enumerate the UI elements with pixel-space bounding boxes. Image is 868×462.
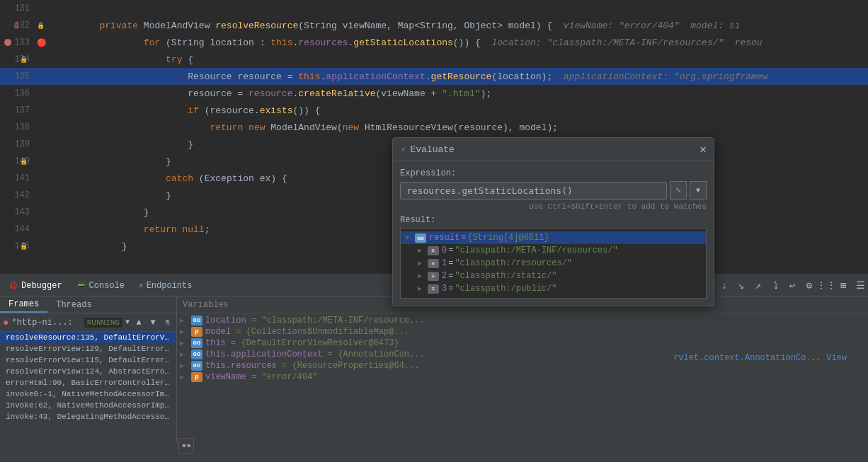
- close-panel-button[interactable]: ☰: [852, 278, 868, 294]
- line-number-142: 142: [0, 190, 35, 200]
- result-child-0-icon: ≡: [428, 246, 439, 255]
- var-key-this: this: [205, 338, 226, 348]
- stack-frames: resolveResource:135, DefaultErrorViewRes…: [0, 332, 176, 442]
- tab-console[interactable]: 📟 Console: [71, 278, 130, 294]
- var-expand-appcontext: ▶: [180, 350, 191, 359]
- tab-threads[interactable]: Threads: [47, 296, 100, 313]
- var-type-model: p: [191, 327, 202, 337]
- thread-filter-button[interactable]: ⚗: [161, 316, 173, 329]
- result-child-0[interactable]: ▶ ≡ 0 = "classpath:/META-INF/resources/": [401, 244, 706, 257]
- var-expand-viewname: ▶: [180, 373, 191, 381]
- step-over-button[interactable]: ↓: [716, 278, 732, 294]
- result-root-row[interactable]: ▼ oo result = {String[4]@6611}: [401, 231, 706, 244]
- result-root-key: result: [429, 233, 459, 243]
- thread-selector: ● *http-ni...: RUNNING ▼ ▲ ▼ ⚗: [0, 313, 176, 332]
- frames-tabs: Frames Threads: [0, 296, 176, 313]
- right-bar-text[interactable]: rvlet.context.AnnotationCo... View: [673, 353, 847, 363]
- more-button[interactable]: ⋮⋮: [818, 278, 834, 294]
- result-child-0-expand: ▶: [418, 246, 428, 255]
- var-val-appcontext: = {AnnotationCon...: [323, 350, 425, 359]
- annotation-132: @: [14, 22, 18, 30]
- modal-body: Expression: ⤡ ▼ Use Ctrl+Shift+Enter to …: [393, 161, 714, 306]
- settings-toolbar-button[interactable]: ⚙: [801, 278, 817, 294]
- result-child-1-icon: ≡: [428, 259, 439, 268]
- frames-panel: Frames Threads ● *http-ni...: RUNNING ▼ …: [0, 296, 177, 442]
- var-item-model[interactable]: ▶ p model = {Collections$UnmodifiableMap…: [177, 326, 868, 337]
- result-child-3-key: 3: [442, 284, 447, 294]
- expression-label: Expression:: [400, 168, 707, 178]
- tab-frames[interactable]: Frames: [0, 296, 47, 313]
- step-out-button[interactable]: ↗: [750, 278, 766, 294]
- var-expand-location: ▶: [180, 316, 191, 325]
- thread-dropdown[interactable]: ▼: [125, 318, 130, 326]
- var-expand-model: ▶: [180, 328, 191, 336]
- thread-name: *http-ni...:: [11, 318, 81, 328]
- evaluate-button[interactable]: ↩: [784, 278, 800, 294]
- result-child-2-key: 2: [442, 271, 447, 281]
- line-number-145: 🔒 145: [0, 241, 35, 251]
- result-child-1-key: 1: [442, 258, 447, 268]
- result-child-1[interactable]: ▶ ≡ 1 = "classpath:/resources/": [401, 257, 706, 270]
- result-child-3[interactable]: ▶ ≡ 3 = "classpath:/public/": [401, 282, 706, 295]
- var-key-location: location: [205, 316, 246, 325]
- var-item-location[interactable]: ▶ oo location = "classpath:/META-INF/res…: [177, 315, 868, 326]
- line-number-140: 🔒 140: [0, 156, 35, 166]
- stack-frame-7[interactable]: invoke:43, DelegatingMethodAccessorImp..…: [0, 411, 176, 422]
- var-item-viewname[interactable]: ▶ p viewName = "error/404": [177, 371, 868, 383]
- step-into-button[interactable]: ↘: [733, 278, 749, 294]
- line-number-134: 🔒 134: [0, 54, 35, 64]
- debugger-icon: 🐞: [8, 281, 18, 290]
- thread-down-button[interactable]: ▼: [147, 316, 159, 329]
- result-root-eq: =: [461, 233, 466, 243]
- close-button[interactable]: ✕: [699, 142, 707, 156]
- line-number-139: 139: [0, 139, 35, 149]
- thread-up-button[interactable]: ▲: [132, 316, 145, 329]
- expand-expression-button[interactable]: ⤡: [670, 181, 687, 200]
- stack-frame-3[interactable]: resolveErrorView:124, AbstractErrorContr…: [0, 366, 176, 377]
- var-type-location: oo: [191, 316, 202, 325]
- stack-frame-0[interactable]: resolveResource:135, DefaultErrorViewRes…: [0, 332, 176, 343]
- result-child-1-expand: ▶: [418, 259, 428, 267]
- tab-endpoints[interactable]: ⚡ Endpoints: [133, 278, 198, 294]
- stack-frame-4[interactable]: errorHtml:90, BasicErrorController (org.…: [0, 377, 176, 388]
- layout-button[interactable]: ⊞: [835, 278, 851, 294]
- var-val-location: = "classpath:/META-INF/resource...: [251, 316, 425, 325]
- run-to-cursor-button[interactable]: ⤵: [767, 278, 783, 294]
- result-child-3-expand: ▶: [418, 284, 428, 293]
- line-number-133: 133: [0, 37, 35, 47]
- var-type-resources: oo: [191, 361, 202, 371]
- evaluate-modal: ⚡ Evaluate ✕ Expression: ⤡ ▼ Use Ctrl+Sh…: [392, 137, 714, 306]
- expression-hint: Use Ctrl+Shift+Enter to add to Watches: [400, 202, 707, 211]
- var-expand-resources: ▶: [180, 362, 191, 370]
- line-number-144: 144: [0, 224, 35, 234]
- var-key-resources: this.resources: [205, 361, 277, 371]
- tab-debugger-label: Debugger: [21, 281, 62, 291]
- show-types-button[interactable]: 👓: [178, 438, 194, 454]
- line-number-131: 131: [0, 4, 35, 13]
- stack-frame-6[interactable]: invoke:62, NativeMethodAccessorImpl (su.…: [0, 400, 176, 411]
- evaluate-icon: ⚡: [400, 144, 406, 156]
- var-item-this[interactable]: ▶ oo this = {DefaultErrorViewResolver@64…: [177, 337, 868, 349]
- var-key-model: model: [205, 327, 231, 337]
- line-number-143: 143: [0, 207, 35, 217]
- result-child-2[interactable]: ▶ ≡ 2 = "classpath:/static/": [401, 270, 706, 282]
- line-number-137: 137: [0, 105, 35, 115]
- stack-frame-5[interactable]: invoke0:-1, NativeMethodAccessorImpl (s.…: [0, 388, 176, 400]
- modal-header: ⚡ Evaluate ✕: [393, 138, 714, 161]
- tab-endpoints-label: Endpoints: [147, 281, 193, 291]
- line-number-138: 138: [0, 122, 35, 132]
- endpoints-icon: ⚡: [139, 281, 144, 290]
- dropdown-button[interactable]: ▼: [690, 181, 707, 200]
- result-root-value: {String[4]@6611}: [467, 233, 549, 243]
- stack-frame-2[interactable]: resolveErrorView:115, DefaultErrorViewRe…: [0, 354, 176, 366]
- stack-frame-1[interactable]: resolveErrorView:129, DefaultErrorViewRe…: [0, 343, 176, 354]
- thread-status: RUNNING: [84, 318, 122, 328]
- tab-debugger[interactable]: 🐞 Debugger: [3, 278, 68, 294]
- line-number-136: 136: [0, 88, 35, 98]
- result-child-0-value: "classpath:/META-INF/resources/": [455, 246, 617, 255]
- expression-input[interactable]: [400, 182, 667, 200]
- thread-bullet: ●: [3, 317, 8, 328]
- console-icon: 📟: [76, 281, 86, 290]
- result-child-3-icon: ≡: [428, 284, 439, 294]
- var-expand-this: ▶: [180, 339, 191, 347]
